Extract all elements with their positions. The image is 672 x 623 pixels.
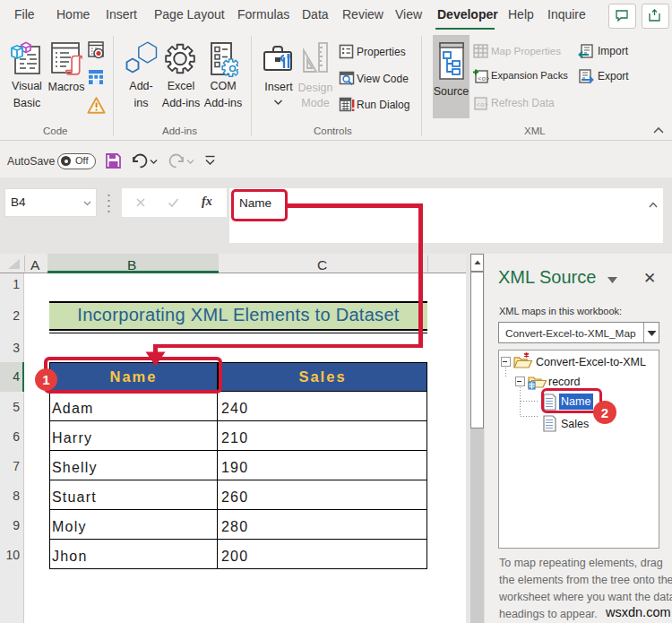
- svg-text:<o>: <o>: [477, 101, 489, 108]
- svg-text:<o>: <o>: [478, 75, 489, 82]
